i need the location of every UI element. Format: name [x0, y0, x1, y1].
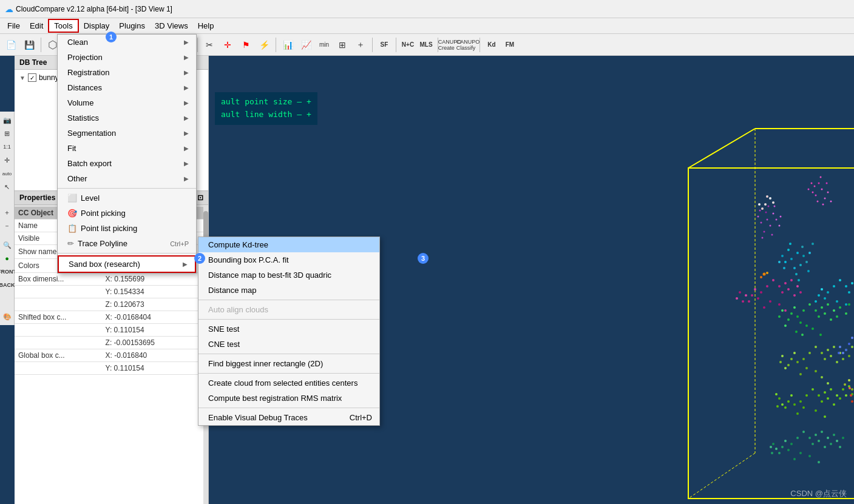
sandbox-debug-traces-shortcut: Ctrl+D [350, 413, 372, 422]
tb-scissors[interactable]: ✂ [201, 36, 218, 53]
menu-volume[interactable]: Volume ▶ [58, 95, 196, 110]
icon-rotate[interactable]: 1:1 [1, 141, 13, 153]
menu-tools[interactable]: Tools [48, 19, 78, 33]
tb-flag[interactable]: ⚑ [237, 36, 254, 53]
svg-point-256 [839, 279, 841, 281]
tb-lightning[interactable]: ⚡ [256, 36, 273, 53]
tb-mls[interactable]: MLS [418, 36, 435, 53]
svg-point-205 [796, 285, 799, 287]
menu-clean-arrow: ▶ [184, 39, 189, 45]
tb-fm[interactable]: FM [501, 36, 518, 53]
tree-checkbox-bunny[interactable]: ✓ [28, 73, 36, 82]
menu-registration[interactable]: Registration ▶ [58, 65, 196, 80]
sandbox-sne[interactable]: SNE test [198, 321, 379, 337]
tb-open[interactable]: 💾 [21, 36, 38, 53]
sandbox-sep-5 [198, 408, 379, 408]
svg-point-82 [808, 352, 811, 354]
tb-table[interactable]: ⊞ [334, 36, 351, 53]
icon-move[interactable]: ✛ [1, 154, 13, 166]
sandbox-compute-kd[interactable]: Compute Kd-tree [198, 237, 379, 252]
icon-back[interactable]: BACK [1, 279, 13, 291]
svg-point-117 [827, 397, 829, 400]
sandbox-best-reg[interactable]: Compute best registration RMS matrix [198, 391, 379, 406]
svg-point-79 [845, 312, 847, 315]
sandbox-distance-map-label: Distance map [208, 286, 256, 295]
table-row: Y: 0.110154 [15, 362, 208, 375]
tb-new[interactable]: 📄 [2, 36, 19, 53]
svg-point-97 [836, 361, 838, 363]
menu-file[interactable]: File [2, 20, 25, 32]
sandbox-debug-traces[interactable]: Enable Visual Debug Traces Ctrl+D [198, 410, 379, 425]
menu-statistics[interactable]: Statistics ▶ [58, 110, 196, 126]
menu-distances[interactable]: Distances ▶ [58, 80, 196, 95]
sandbox-cne[interactable]: CNE test [198, 337, 379, 352]
svg-point-206 [748, 300, 750, 303]
sandbox-biggest-rect[interactable]: Find biggest inner rectangle (2D) [198, 356, 379, 371]
sandbox-bounding-box[interactable]: Bounding box P.C.A. fit [198, 252, 379, 267]
icon-zoom[interactable]: 🔍 [1, 239, 13, 251]
icon-circle[interactable]: ● [1, 252, 13, 264]
svg-point-67 [827, 303, 829, 306]
icon-plus[interactable]: ＋ [1, 206, 13, 218]
tb-canupa-classify[interactable]: CANUPОClassify [459, 36, 476, 53]
menu-3dviews[interactable]: 3D Views [150, 20, 193, 32]
sandbox-distance-map-quadric[interactable]: Distance map to best-fit 3D quadric [198, 267, 379, 283]
tb-kd[interactable]: Kd [483, 36, 500, 53]
menu-segmentation[interactable]: Segmentation ▶ [58, 126, 196, 141]
sandbox-distance-map[interactable]: Distance map [198, 283, 379, 298]
icon-layers[interactable]: ⊞ [1, 127, 13, 139]
svg-point-46 [781, 255, 784, 257]
svg-point-126 [839, 397, 841, 400]
trace-polyline-shortcut: Ctrl+P [170, 240, 189, 247]
menu-fit[interactable]: Fit ▶ [58, 141, 196, 156]
tools-dropdown[interactable]: Clean ▶ Projection ▶ Registration ▶ Dist… [57, 34, 197, 274]
sandbox-create-cloud[interactable]: Create cloud from selected entities cent… [198, 375, 379, 391]
sandbox-debug-traces-label: Enable Visual Debug Traces [208, 413, 308, 422]
svg-point-238 [771, 452, 773, 454]
menu-level[interactable]: ⬜ Level [58, 190, 196, 206]
menu-clean[interactable]: Clean ▶ [58, 35, 196, 50]
menu-edit[interactable]: Edit [25, 20, 48, 32]
svg-point-227 [808, 455, 811, 457]
menu-batch-export[interactable]: Batch export ▶ [58, 156, 196, 171]
menu-display[interactable]: Display [79, 20, 115, 32]
icon-minus[interactable]: － [1, 220, 13, 232]
menu-point-picking[interactable]: 🎯 Point picking [58, 206, 196, 221]
left-icons-strip: 📷 ⊞ 1:1 ✛ auto ↖ ＋ － 🔍 ● FRONT BACK 🎨 [0, 112, 15, 325]
svg-point-62 [818, 315, 820, 318]
menu-help[interactable]: Help [193, 20, 219, 32]
menu-projection[interactable]: Projection ▶ [58, 50, 196, 65]
properties-resize[interactable]: ⊡ [197, 193, 203, 202]
svg-point-239 [839, 446, 841, 448]
sandbox-submenu[interactable]: Compute Kd-tree Bounding box P.C.A. fit … [198, 237, 380, 426]
icon-cursor[interactable]: ↖ [1, 181, 13, 193]
svg-point-33 [811, 183, 813, 184]
icon-auto[interactable]: auto [1, 167, 13, 180]
icon-front[interactable]: FRONT [1, 266, 13, 278]
menu-plugins[interactable]: Plugins [114, 20, 150, 32]
svg-point-36 [808, 189, 810, 190]
tb-minimize[interactable]: min [316, 36, 333, 53]
svg-point-241 [770, 446, 772, 448]
prop-value-boxdim-z: Z: 0.120673 [102, 298, 208, 311]
tb-sf[interactable]: SF [376, 36, 393, 53]
menu-sandbox[interactable]: Sand box (research) ▶ [58, 255, 196, 273]
svg-point-25 [821, 189, 823, 190]
tb-chart2[interactable]: 📈 [297, 36, 314, 53]
menu-other[interactable]: Other ▶ [58, 171, 196, 186]
tb-chart[interactable]: 📊 [279, 36, 296, 53]
icon-color-circle[interactable]: 🎨 [1, 311, 13, 323]
prop-label-empty2 [15, 298, 102, 311]
menu-clean-label: Clean [67, 38, 88, 47]
tb-plus[interactable]: ＋ [352, 36, 369, 53]
prop-label-empty4 [15, 337, 102, 349]
svg-point-269 [815, 300, 817, 303]
menu-batch-export-label: Batch export [67, 159, 112, 168]
point-list-picking-icon: 📋 [67, 224, 77, 233]
icon-camera[interactable]: 📷 [1, 114, 13, 126]
menu-trace-polyline[interactable]: ✏ Trace Polyline Ctrl+P [58, 236, 196, 251]
tb-cross[interactable]: ✛ [219, 36, 236, 53]
table-row: Box dimensi... X: 0.155699 [15, 273, 208, 286]
tb-nc[interactable]: N+C [399, 36, 416, 53]
menu-point-list-picking[interactable]: 📋 Point list picking [58, 221, 196, 236]
